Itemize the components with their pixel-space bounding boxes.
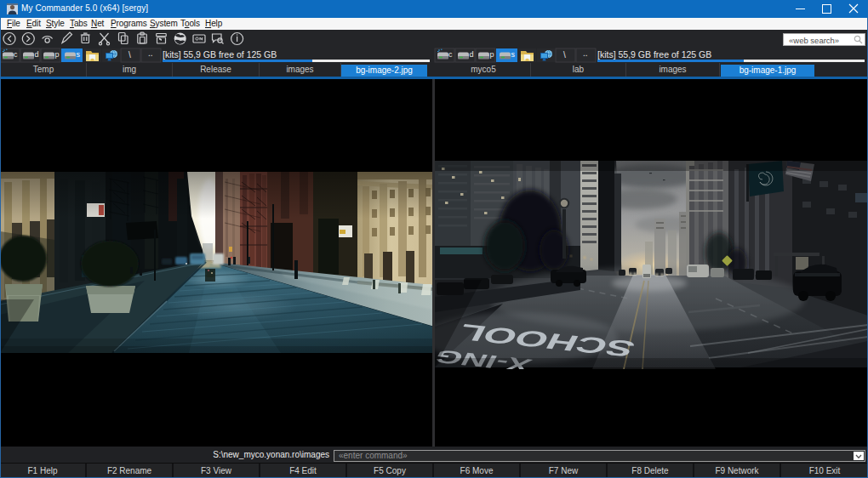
svg-text:..: .. xyxy=(148,48,153,58)
svg-text:p: p xyxy=(55,50,60,59)
svg-text:d: d xyxy=(470,50,474,59)
svg-text:s: s xyxy=(77,50,81,59)
svg-text:p: p xyxy=(490,50,494,59)
svg-text:d: d xyxy=(35,50,39,59)
svg-text:c: c xyxy=(14,50,18,59)
svg-text:s: s xyxy=(511,50,516,59)
svg-text:\: \ xyxy=(128,50,131,60)
svg-text:\: \ xyxy=(563,50,566,60)
svg-text:..: .. xyxy=(583,48,588,58)
svg-text:c: c xyxy=(448,50,453,59)
